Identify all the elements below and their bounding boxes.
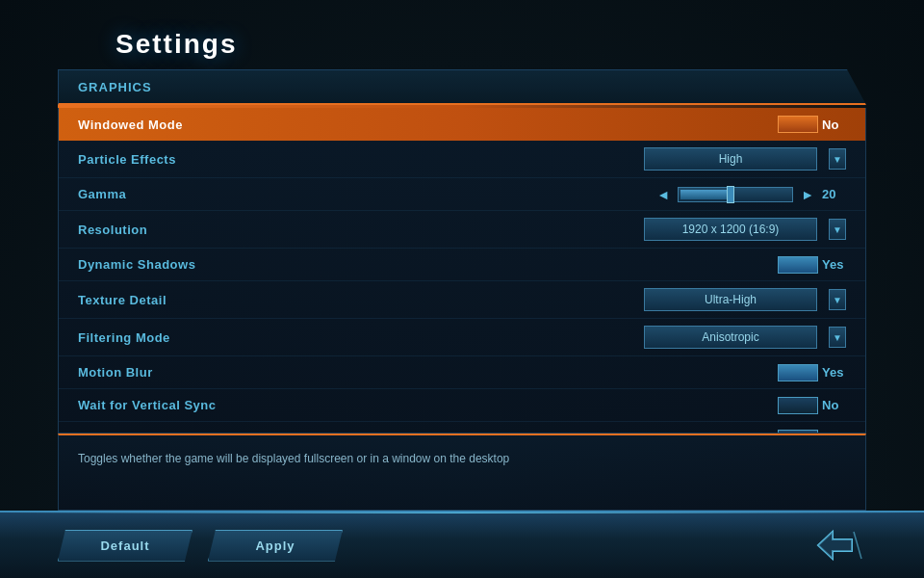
resolution-value: 1920 x 1200 (16:9): [653, 223, 808, 236]
setting-row-filtering-mode: Filtering Mode Anisotropic ▼: [59, 319, 865, 356]
windowed-mode-value: No: [822, 118, 846, 132]
texture-detail-dropdown[interactable]: Ultra-High: [644, 288, 817, 311]
filtering-mode-value: Anisotropic: [653, 330, 808, 344]
dynamic-shadows-value: Yes: [822, 257, 846, 272]
filtering-mode-arrow-icon: ▼: [833, 332, 842, 343]
wait-vsync-control[interactable]: No: [778, 397, 846, 414]
windowed-mode-toggle[interactable]: No: [778, 116, 846, 133]
back-icon-group[interactable]: [813, 524, 866, 567]
dynamic-shadows-indicator: [778, 256, 818, 274]
setting-row-wait-vsync: Wait for Vertical Sync No: [59, 389, 865, 422]
settings-panel: Windowed Mode No Particle Effects High ▼: [58, 108, 866, 434]
texture-detail-arrow-icon: ▼: [833, 295, 842, 305]
gamma-slider-thumb: [727, 186, 734, 203]
resolution-dropdown[interactable]: 1920 x 1200 (16:9): [644, 218, 817, 241]
description-text: Toggles whether the game will be display…: [78, 450, 846, 467]
windowed-mode-indicator: [778, 116, 818, 133]
texture-detail-control[interactable]: Ultra-High ▼: [644, 288, 846, 311]
filtering-mode-dropdown[interactable]: Anisotropic: [644, 326, 817, 349]
dynamic-shadows-control[interactable]: Yes: [778, 256, 846, 274]
particle-effects-dropdown[interactable]: High: [644, 147, 817, 171]
windowed-mode-control[interactable]: No: [778, 116, 846, 133]
setting-label-resolution: Resolution: [78, 223, 147, 237]
wait-vsync-value: No: [822, 398, 846, 412]
filtering-mode-arrow[interactable]: ▼: [829, 327, 846, 348]
setting-label-particle-effects: Particle Effects: [78, 152, 176, 167]
description-box: Toggles whether the game will be display…: [58, 434, 866, 511]
motion-blur-control[interactable]: Yes: [778, 364, 846, 381]
particle-effects-control[interactable]: High ▼: [644, 147, 846, 171]
particle-effects-arrow[interactable]: ▼: [829, 148, 846, 170]
button-group: Default Apply: [58, 530, 343, 562]
motion-blur-value: Yes: [822, 365, 846, 380]
wait-vsync-toggle[interactable]: No: [778, 397, 846, 414]
default-button[interactable]: Default: [58, 530, 192, 562]
resolution-arrow[interactable]: ▼: [829, 219, 846, 240]
texture-detail-value: Ultra-High: [653, 293, 808, 306]
svg-marker-1: [818, 532, 852, 559]
gamma-value: 20: [822, 187, 846, 201]
gamma-left-arrow[interactable]: ◄: [656, 187, 670, 202]
dynamic-shadows-toggle[interactable]: Yes: [778, 256, 846, 274]
setting-label-gamma: Gamma: [78, 187, 126, 201]
tab-label-graphics: Graphics: [78, 80, 152, 94]
page-title: Settings: [116, 29, 924, 60]
setting-label-filtering-mode: Filtering Mode: [78, 330, 170, 345]
setting-label-dynamic-shadows: Dynamic Shadows: [78, 257, 195, 272]
setting-row-windowed-mode: Windowed Mode No: [59, 108, 865, 141]
apply-button[interactable]: Apply: [208, 530, 343, 562]
wait-vsync-indicator: [778, 397, 818, 414]
setting-row-motion-blur: Motion Blur Yes: [59, 356, 865, 389]
setting-row-resolution: Resolution 1920 x 1200 (16:9) ▼: [59, 211, 865, 249]
motion-blur-toggle[interactable]: Yes: [778, 364, 846, 381]
gamma-control[interactable]: ◄ ► 20: [656, 187, 846, 202]
texture-detail-arrow[interactable]: ▼: [829, 289, 846, 310]
resolution-control[interactable]: 1920 x 1200 (16:9) ▼: [644, 218, 846, 241]
resolution-arrow-icon: ▼: [833, 224, 842, 235]
particle-effects-value: High: [653, 152, 808, 166]
setting-label-motion-blur: Motion Blur: [78, 365, 153, 380]
setting-row-particle-effects: Particle Effects High ▼: [59, 141, 865, 178]
setting-row-gamma: Gamma ◄ ► 20: [59, 178, 865, 211]
setting-row-film-grain: Film Grain No: [59, 422, 865, 434]
gamma-right-arrow[interactable]: ►: [801, 187, 814, 202]
back-icon[interactable]: [813, 524, 866, 567]
motion-blur-indicator: [778, 364, 818, 381]
filtering-mode-control[interactable]: Anisotropic ▼: [644, 326, 846, 349]
setting-label-texture-detail: Texture Detail: [78, 293, 167, 307]
dropdown-arrow-icon: ▼: [833, 154, 842, 165]
tab-graphics[interactable]: Graphics: [58, 69, 866, 105]
gamma-slider-fill: [680, 190, 732, 199]
setting-label-wait-vsync: Wait for Vertical Sync: [78, 398, 216, 412]
bottom-bar: Default Apply: [0, 511, 924, 578]
setting-row-dynamic-shadows: Dynamic Shadows Yes: [59, 249, 865, 281]
setting-row-texture-detail: Texture Detail Ultra-High ▼: [59, 281, 865, 319]
svg-line-2: [854, 532, 861, 559]
setting-label-windowed-mode: Windowed Mode: [78, 118, 183, 132]
gamma-slider-track[interactable]: [678, 187, 793, 202]
